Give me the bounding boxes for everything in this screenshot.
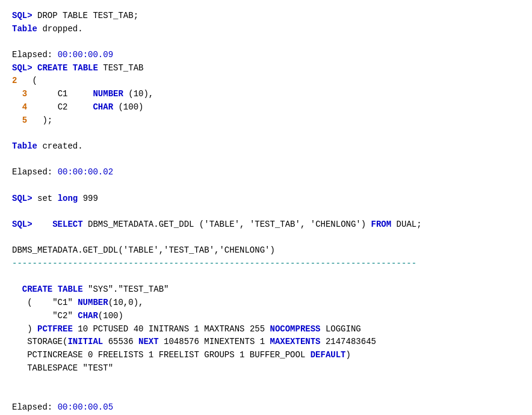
blank-line <box>12 232 520 245</box>
terminal-text: "SYS"."TEST_TAB" <box>83 284 169 294</box>
terminal-text: 1048576 MINEXTENTS 1 <box>159 337 270 346</box>
terminal-text: 5 <box>12 115 27 125</box>
terminal-text: SQL> <box>12 194 32 203</box>
blank-line <box>12 205 520 218</box>
terminal-text: NUMBER <box>78 298 108 307</box>
terminal-text: 4 <box>12 102 27 112</box>
blank-line <box>12 153 520 167</box>
terminal-text: 3 <box>12 89 27 99</box>
terminal-text: 00:00:00.05 <box>58 402 113 412</box>
terminal-text: CREATE <box>37 63 67 73</box>
blank-line <box>12 271 520 284</box>
terminal-text: FROM <box>371 220 392 229</box>
terminal-text: 'TABLE' <box>204 220 240 229</box>
terminal-text: ) <box>346 350 351 360</box>
terminal-line: Elapsed: 00:00:00.05 <box>12 401 520 414</box>
terminal-text <box>32 220 53 229</box>
terminal-text: (100) <box>113 102 143 112</box>
terminal-text: CREATE <box>22 284 52 294</box>
terminal-text: (10), <box>123 89 153 99</box>
terminal-text: ( <box>17 76 37 85</box>
terminal-text: 00:00:00.09 <box>58 50 113 60</box>
terminal-line: Table dropped. <box>12 23 520 36</box>
terminal-line: CREATE TABLE "SYS"."TEST_TAB" <box>12 283 520 297</box>
terminal-text: STORAGE( <box>12 337 67 346</box>
blank-line <box>12 375 520 388</box>
terminal-line: SQL> DROP TABLE TEST_TAB; <box>12 10 520 23</box>
terminal-text: 999 <box>78 194 98 203</box>
terminal-text <box>52 284 57 294</box>
terminal-line: SQL> set long 999 <box>12 192 520 206</box>
terminal-line: 5 ); <box>12 114 520 128</box>
terminal-text <box>32 63 37 73</box>
terminal-text: 65536 <box>103 337 138 346</box>
terminal-text: Table <box>12 141 37 151</box>
terminal-text: ( "C1" <box>12 298 78 307</box>
terminal-text: , <box>300 220 311 229</box>
terminal-text: , <box>240 220 250 229</box>
terminal-text: NOCOMPRESS <box>270 324 320 334</box>
terminal-text: PCTINCREASE 0 FREELISTS 1 FREELIST GROUP… <box>12 350 311 360</box>
blank-line <box>12 179 520 192</box>
terminal-line: SQL> SELECT DBMS_METADATA.GET_DDL ('TABL… <box>12 218 520 232</box>
terminal-text: SQL> <box>12 63 32 73</box>
terminal-text: TABLE <box>73 63 98 73</box>
terminal-text: DROP TABLE TEST_TAB; <box>32 11 138 20</box>
terminal-line: Elapsed: 00:00:00.02 <box>12 166 520 179</box>
terminal-text: CHAR <box>93 102 113 112</box>
terminal-text: 00:00:00.02 <box>58 167 113 177</box>
terminal-line: SQL> CREATE TABLE TEST_TAB <box>12 62 520 75</box>
blank-line <box>12 35 520 49</box>
terminal-text: ) <box>361 220 371 229</box>
terminal-line: "C2" CHAR(100) <box>12 310 520 323</box>
terminal-line: Elapsed: 00:00:00.09 <box>12 49 520 62</box>
terminal-line: ( "C1" NUMBER(10,0), <box>12 297 520 310</box>
terminal-line: PCTINCREASE 0 FREELISTS 1 FREELIST GROUP… <box>12 349 520 362</box>
blank-line <box>12 388 520 401</box>
terminal-text <box>12 284 22 294</box>
terminal-text: long <box>58 194 78 203</box>
terminal-text: 'TEST_TAB' <box>250 220 300 229</box>
terminal-line: STORAGE(INITIAL 65536 NEXT 1048576 MINEX… <box>12 336 520 349</box>
terminal-text: CHAR <box>78 311 98 321</box>
terminal-text: DBMS_METADATA.GET_DDL ( <box>83 220 205 229</box>
terminal-text: PCTFREE <box>37 324 73 334</box>
terminal-text: Elapsed: <box>12 167 58 177</box>
terminal-text: SQL> <box>12 220 32 229</box>
terminal-line: ----------------------------------------… <box>12 257 520 271</box>
terminal-text: (100) <box>98 311 123 321</box>
terminal-text: TABLESPACE "TEST" <box>12 363 113 373</box>
terminal-line: 4 C2 CHAR (100) <box>12 101 520 114</box>
terminal-text: NEXT <box>138 337 159 346</box>
terminal-text: DBMS_METADATA.GET_DDL('TABLE','TEST_TAB'… <box>12 245 275 255</box>
terminal-text: Elapsed: <box>12 50 58 60</box>
terminal-text: 'CHENLONG' <box>311 220 361 229</box>
terminal-line: Table created. <box>12 140 520 153</box>
terminal-text: Elapsed: <box>12 402 58 412</box>
terminal-text: LOGGING <box>321 324 361 334</box>
terminal-output: SQL> DROP TABLE TEST_TAB;Table dropped. … <box>12 10 520 414</box>
terminal-text <box>67 63 72 73</box>
terminal-text: "C2" <box>12 311 78 321</box>
terminal-text: SELECT <box>52 220 82 229</box>
terminal-text: INITIAL <box>67 337 103 346</box>
terminal-line: TABLESPACE "TEST" <box>12 362 520 375</box>
terminal-line: DBMS_METADATA.GET_DDL('TABLE','TEST_TAB'… <box>12 244 520 257</box>
terminal-text: 10 PCTUSED 40 INITRANS 1 MAXTRANS 255 <box>73 324 270 334</box>
terminal-text: dropped. <box>37 24 83 34</box>
blank-line <box>12 127 520 140</box>
terminal-text: (10,0), <box>108 298 144 307</box>
terminal-text: C2 <box>27 102 93 112</box>
terminal-text: ); <box>27 115 52 125</box>
terminal-text: DEFAULT <box>311 350 346 360</box>
terminal-text: 2147483645 <box>321 337 376 346</box>
terminal-text: Table <box>12 24 37 34</box>
terminal-text: TEST_TAB <box>98 63 144 73</box>
terminal-text: MAXEXTENTS <box>270 337 321 346</box>
terminal-text: TABLE <box>58 284 83 294</box>
terminal-text: SQL> <box>12 11 32 20</box>
terminal-text: set <box>32 194 58 203</box>
terminal-line: 2 ( <box>12 75 520 88</box>
terminal-line: ) PCTFREE 10 PCTUSED 40 INITRANS 1 MAXTR… <box>12 323 520 336</box>
terminal-text: ) <box>12 324 37 334</box>
